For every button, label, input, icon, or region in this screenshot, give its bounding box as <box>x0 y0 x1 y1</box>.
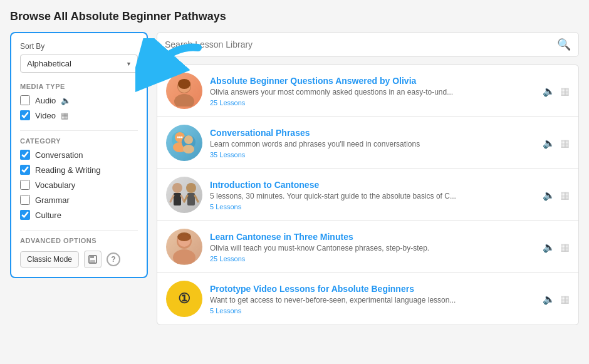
audio-action-icon[interactable]: 🔈 <box>543 293 555 305</box>
course-title[interactable]: Conversational Phrases <box>210 128 535 138</box>
audio-action-icon[interactable]: 🔈 <box>543 189 555 201</box>
course-list: Absolute Beginner Questions Answered by … <box>157 65 579 325</box>
search-icon[interactable]: 🔍 <box>557 38 571 51</box>
svg-point-27 <box>177 232 191 241</box>
course-info: Introduction to Cantonese 5 lessons, 30 … <box>210 180 535 211</box>
video-checkbox[interactable] <box>20 110 30 120</box>
svg-rect-1 <box>90 256 94 258</box>
reading-writing-label[interactable]: Reading & Writing <box>35 165 101 175</box>
course-lessons: 25 Lessons <box>210 99 535 107</box>
media-type-group: Audio 🔈 Video ▦ <box>20 95 138 120</box>
classic-mode-button[interactable]: Classic Mode <box>20 251 79 268</box>
video-label[interactable]: Video <box>35 111 56 120</box>
culture-checkbox-item: Culture <box>20 210 138 220</box>
course-thumbnail: ① <box>166 281 202 317</box>
video-action-icon[interactable]: ▦ <box>560 241 570 253</box>
cantonese-intro-avatar <box>167 178 201 212</box>
conversation-label[interactable]: Conversation <box>35 150 83 160</box>
course-title[interactable]: Prototype Video Lessons for Absolute Beg… <box>210 284 535 294</box>
svg-point-14 <box>179 137 181 138</box>
video-action-icon[interactable]: ▦ <box>560 293 570 305</box>
svg-point-4 <box>174 94 194 107</box>
learn-cantonese-avatar <box>167 230 201 264</box>
divider <box>20 130 138 131</box>
category-label: CATEGORY <box>20 137 138 145</box>
video-checkbox-item: Video ▦ <box>20 110 138 120</box>
svg-point-12 <box>183 145 194 153</box>
grammar-label[interactable]: Grammar <box>35 195 70 205</box>
course-info: Absolute Beginner Questions Answered by … <box>210 76 535 107</box>
course-description: Olivia answers your most commonly asked … <box>210 88 535 96</box>
course-lessons: 5 Lessons <box>210 307 535 315</box>
culture-label[interactable]: Culture <box>35 211 61 220</box>
svg-rect-17 <box>174 193 181 205</box>
svg-line-22 <box>184 195 187 202</box>
course-title[interactable]: Introduction to Cantonese <box>210 180 535 190</box>
table-row: ① Prototype Video Lessons for Absolute B… <box>157 273 578 325</box>
course-thumbnail <box>166 177 202 213</box>
reading-writing-checkbox-item: Reading & Writing <box>20 165 138 175</box>
course-actions: 🔈 ▦ <box>543 189 570 201</box>
audio-action-icon[interactable]: 🔈 <box>543 85 555 97</box>
vocabulary-label[interactable]: Vocabulary <box>35 180 75 190</box>
video-action-icon[interactable]: ▦ <box>560 189 570 201</box>
reading-writing-checkbox[interactable] <box>20 165 30 175</box>
svg-point-15 <box>181 137 183 138</box>
svg-point-11 <box>184 135 193 144</box>
svg-line-18 <box>170 195 174 202</box>
course-lessons: 5 Lessons <box>210 203 535 211</box>
vocabulary-checkbox-item: Vocabulary <box>20 180 138 190</box>
course-title[interactable]: Absolute Beginner Questions Answered by … <box>210 76 535 86</box>
save-icon-button[interactable] <box>84 251 102 268</box>
svg-point-13 <box>177 137 179 138</box>
course-description: 5 lessons, 30 minutes. Your quick-start … <box>210 192 535 200</box>
sidebar-panel: Sort By Alphabetical Popular Recent MEDI… <box>10 32 148 278</box>
course-thumbnail <box>166 125 202 161</box>
audio-checkbox-item: Audio 🔈 <box>20 95 138 105</box>
table-row: Learn Cantonese in Three Minutes Olivia … <box>157 221 578 273</box>
audio-action-icon[interactable]: 🔈 <box>543 241 555 253</box>
audio-icon: 🔈 <box>61 96 71 105</box>
sort-by-dropdown[interactable]: Alphabetical Popular Recent <box>20 55 138 73</box>
grammar-checkbox-item: Grammar <box>20 195 138 205</box>
video-action-icon[interactable]: ▦ <box>560 137 570 149</box>
advanced-options-row: Classic Mode ? <box>20 251 138 268</box>
search-bar: 🔍 <box>157 32 579 57</box>
sort-by-label: Sort By <box>20 42 138 51</box>
course-actions: 🔈 ▦ <box>543 137 570 149</box>
course-actions: 🔈 ▦ <box>543 85 570 97</box>
course-description: Olivia will teach you must-know Cantones… <box>210 244 535 252</box>
course-info: Learn Cantonese in Three Minutes Olivia … <box>210 232 535 263</box>
media-type-label: MEDIA TYPE <box>20 83 138 90</box>
conversation-avatar <box>167 126 201 160</box>
video-icon: ▦ <box>61 111 68 120</box>
video-action-icon[interactable]: ▦ <box>560 85 570 97</box>
svg-rect-21 <box>187 193 195 205</box>
grammar-checkbox[interactable] <box>20 195 30 205</box>
svg-point-16 <box>172 183 182 193</box>
divider-2 <box>20 230 138 231</box>
save-icon <box>88 255 97 264</box>
audio-action-icon[interactable]: 🔈 <box>543 137 555 149</box>
prototype-badge: ① <box>178 291 190 307</box>
table-row: Introduction to Cantonese 5 lessons, 30 … <box>157 169 578 221</box>
course-info: Conversational Phrases Learn common word… <box>210 128 535 159</box>
audio-checkbox[interactable] <box>20 95 30 105</box>
course-actions: 🔈 ▦ <box>543 293 570 305</box>
culture-checkbox[interactable] <box>20 210 30 220</box>
course-title[interactable]: Learn Cantonese in Three Minutes <box>210 232 535 242</box>
content-area: 🔍 Absolute Beginner Questions Answered b… <box>157 32 579 325</box>
course-lessons: 25 Lessons <box>210 255 535 263</box>
conversation-checkbox-item: Conversation <box>20 150 138 160</box>
search-input[interactable] <box>165 39 552 49</box>
conversation-checkbox[interactable] <box>20 150 30 160</box>
help-button[interactable]: ? <box>107 252 120 266</box>
vocabulary-checkbox[interactable] <box>20 180 30 190</box>
svg-line-23 <box>195 195 198 202</box>
svg-point-25 <box>173 249 195 264</box>
audio-label[interactable]: Audio <box>35 96 56 105</box>
svg-rect-2 <box>90 260 95 263</box>
table-row: Conversational Phrases Learn common word… <box>157 117 578 169</box>
course-actions: 🔈 ▦ <box>543 241 570 253</box>
arrow-pointer <box>135 38 204 95</box>
